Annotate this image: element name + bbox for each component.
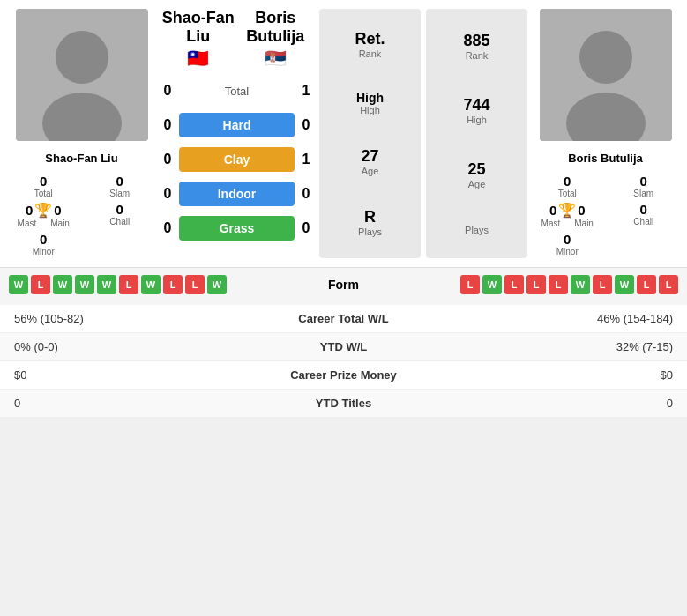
indoor-row: 0 Indoor 0	[160, 178, 314, 210]
player1-name: Shao-Fan Liu	[45, 152, 117, 165]
player1-age-label: Age	[361, 166, 378, 176]
clay-badge: Clay	[179, 147, 295, 172]
total-score-left: 0	[160, 83, 175, 99]
total-score-right: 1	[298, 83, 314, 99]
player1-rank-item: Ret. Rank	[355, 26, 385, 63]
svg-point-4	[579, 31, 632, 84]
player2-chall-label: Chall	[609, 217, 679, 226]
form-badge-p2-l: L	[593, 275, 612, 294]
hard-score-left: 0	[160, 117, 175, 133]
player2-age-item: 25 Age	[467, 157, 485, 193]
form-badge-p2-l: L	[659, 275, 678, 294]
player1-slam-cell: 0 Slam	[86, 172, 155, 200]
stats-left-0: 56% (105-82)	[14, 312, 234, 325]
player1-age-item: 27 Age	[361, 144, 378, 180]
indoor-score-left: 0	[160, 186, 175, 202]
player1-panel: Shao-Fan Liu 0 Total 0 Slam 0 🏆 0	[9, 9, 154, 258]
form-badge-p2-w: W	[615, 275, 634, 294]
stats-row-2: $0Career Prize Money$0	[0, 361, 687, 390]
player2-chall-cell: 0 Chall	[609, 200, 679, 230]
stats-center-1: YTD W/L	[234, 340, 453, 353]
player1-age-value: 27	[361, 147, 378, 166]
player2-age-value: 25	[467, 160, 485, 179]
form-row: WLWWWLWLLW Form LWLLLWLWLL	[9, 275, 678, 294]
indoor-score-right: 0	[298, 186, 314, 202]
stats-right-0: 46% (154-184)	[453, 312, 673, 325]
player1-stats-grid: 0 Total 0 Slam 0 🏆 0 Mast Main	[9, 172, 154, 258]
stats-center-0: Career Total W/L	[234, 312, 453, 325]
player1-total-value: 0	[9, 174, 78, 189]
player1-plays-item: R Plays	[358, 204, 382, 241]
player1-mid-stats: Ret. Rank High High 27 Age R Plays	[319, 9, 421, 258]
player2-slam-value: 0	[609, 174, 679, 189]
form-badge-p1-w: W	[75, 275, 94, 294]
stats-row-3: 0YTD Titles0	[0, 390, 687, 418]
player2-plays-item: Plays	[465, 221, 489, 239]
player1-rank-value: Ret.	[355, 30, 385, 48]
player1-mast-label: Mast	[18, 219, 37, 228]
stats-row-1: 0% (0-0)YTD W/L32% (7-15)	[0, 333, 687, 361]
form-badge-p1-l: L	[163, 275, 183, 294]
stats-right-2: $0	[453, 368, 673, 382]
player1-chall-value: 0	[86, 202, 155, 217]
form-badge-p1-w: W	[207, 275, 227, 294]
form-badge-p2-l: L	[549, 275, 568, 294]
player2-form-badges: LWLLLWLWLL	[460, 275, 678, 294]
player2-mast-label: Mast	[541, 219, 561, 228]
player1-rank-label: Rank	[355, 48, 385, 59]
player2-panel: Boris Butulija 0 Total 0 Slam 0 🏆 0	[533, 9, 678, 258]
player1-total-cell: 0 Total	[9, 172, 78, 200]
player1-high-value: High	[356, 91, 384, 105]
clay-row: 0 Clay 1	[160, 144, 314, 175]
player2-age-label: Age	[467, 179, 485, 189]
player1-total-label: Total	[9, 189, 78, 198]
main-container: Shao-Fan Liu 0 Total 0 Slam 0 🏆 0	[0, 0, 687, 418]
svg-point-1	[56, 31, 108, 84]
form-badge-p1-w: W	[141, 275, 161, 294]
player2-mid-stats: 885 Rank 744 High 25 Age Plays	[426, 9, 527, 258]
player2-high-value: 744	[463, 96, 489, 115]
center-panel: Shao-Fan Liu 🇹🇼 Boris Butulija 🇷🇸 0 Tota…	[160, 9, 314, 258]
stats-table: 56% (105-82)Career Total W/L46% (154-184…	[0, 305, 687, 418]
player1-big-name: Shao-Fan Liu	[160, 9, 237, 46]
form-badge-p2-l: L	[460, 275, 480, 294]
indoor-badge: Indoor	[179, 182, 295, 206]
player2-total-cell: 0 Total	[533, 172, 602, 200]
player2-header: Boris Butulija 🇷🇸	[237, 9, 315, 69]
trophy2-icon: 🏆	[558, 202, 576, 219]
player1-form-badges: WLWWWLWLLW	[9, 275, 227, 294]
form-badge-p1-l: L	[119, 275, 138, 294]
player1-chall-label: Chall	[86, 217, 155, 226]
top-section: Shao-Fan Liu 0 Total 0 Slam 0 🏆 0	[0, 0, 687, 267]
player2-chall-value: 0	[609, 202, 679, 217]
form-badge-p2-w: W	[482, 275, 502, 294]
player1-chall-cell: 0 Chall	[86, 200, 155, 230]
player2-main-label: Main	[574, 219, 594, 228]
form-section: WLWWWLWLLW Form LWLLLWLWLL	[0, 267, 687, 305]
names-header: Shao-Fan Liu 🇹🇼 Boris Butulija 🇷🇸	[160, 9, 314, 69]
player2-stats-grid: 0 Total 0 Slam 0 🏆 0 Mast Main	[533, 172, 678, 258]
player1-mast-cell: 0 🏆 0 Mast Main	[9, 200, 78, 230]
stats-left-3: 0	[14, 397, 234, 410]
form-badge-p1-w: W	[9, 275, 28, 294]
stats-left-2: $0	[14, 368, 234, 382]
player1-high-item: High High	[356, 87, 384, 119]
hard-score-right: 0	[298, 117, 314, 133]
stats-row-0: 56% (105-82)Career Total W/L46% (154-184…	[0, 305, 687, 333]
player2-slam-label: Slam	[609, 189, 679, 198]
hard-row: 0 Hard 0	[160, 109, 314, 141]
grass-badge: Grass	[179, 216, 295, 241]
form-badge-p1-w: W	[97, 275, 116, 294]
total-label: Total	[179, 85, 295, 98]
player2-avatar	[540, 9, 672, 141]
player1-mast-value: 0	[26, 203, 33, 218]
player1-avatar	[16, 9, 148, 141]
form-label: Form	[309, 278, 379, 292]
player1-minor-label: Minor	[9, 247, 78, 256]
player2-name: Boris Butulija	[568, 152, 643, 165]
player1-slam-value: 0	[86, 174, 155, 189]
player1-minor-value: 0	[9, 232, 78, 247]
player2-total-value: 0	[533, 174, 602, 189]
player2-minor-value: 0	[533, 232, 602, 247]
player1-minor-cell: 0 Minor	[9, 230, 78, 258]
